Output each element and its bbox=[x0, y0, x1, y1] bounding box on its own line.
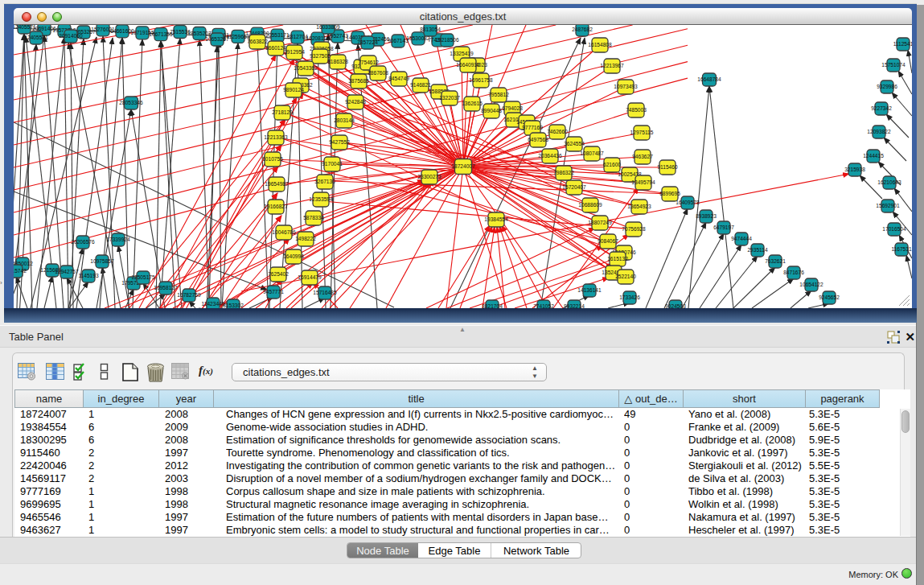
svg-text:9024503: 9024503 bbox=[665, 303, 686, 308]
svg-text:1640994: 1640994 bbox=[283, 253, 304, 259]
svg-text:1498222: 1498222 bbox=[295, 236, 316, 241]
svg-text:10975857: 10975857 bbox=[90, 258, 114, 264]
svg-text:9084067: 9084067 bbox=[598, 238, 618, 244]
svg-text:8821704: 8821704 bbox=[482, 303, 503, 308]
svg-text:6497568: 6497568 bbox=[528, 137, 548, 142]
svg-text:8454749: 8454749 bbox=[388, 76, 409, 81]
svg-text:10654122: 10654122 bbox=[799, 282, 823, 287]
svg-text:12405571: 12405571 bbox=[24, 35, 48, 40]
svg-text:10973493: 10973493 bbox=[614, 84, 638, 89]
svg-text:17016504: 17016504 bbox=[882, 226, 906, 232]
svg-text:12975115: 12975115 bbox=[630, 130, 654, 135]
svg-text:9327505: 9327505 bbox=[310, 53, 331, 59]
svg-text:11423446: 11423446 bbox=[202, 301, 225, 307]
svg-text:14136141: 14136141 bbox=[577, 287, 602, 293]
svg-text:12213363: 12213363 bbox=[264, 134, 288, 140]
svg-text:8990448: 8990448 bbox=[481, 108, 502, 113]
svg-text:16648784: 16648784 bbox=[697, 76, 721, 82]
svg-text:7485003: 7485003 bbox=[626, 107, 647, 113]
svg-text:1145193: 1145193 bbox=[78, 273, 99, 278]
svg-text:10807487: 10807487 bbox=[580, 150, 604, 156]
svg-text:3215938: 3215938 bbox=[844, 167, 865, 172]
svg-text:1362615: 1362615 bbox=[462, 101, 483, 106]
svg-text:9329986: 9329986 bbox=[877, 84, 897, 89]
svg-text:20206576: 20206576 bbox=[71, 239, 95, 245]
svg-text:7663822: 7663822 bbox=[247, 39, 268, 44]
svg-text:13495794: 13495794 bbox=[631, 179, 655, 185]
svg-text:3624554: 3624554 bbox=[564, 141, 585, 146]
svg-text:12353594: 12353594 bbox=[309, 196, 333, 202]
svg-text:1010755: 1010755 bbox=[262, 156, 283, 162]
svg-text:9890124: 9890124 bbox=[283, 87, 304, 93]
svg-text:19218506: 19218506 bbox=[435, 37, 459, 43]
svg-text:20914060: 20914060 bbox=[59, 33, 83, 39]
svg-text:23300273: 23300273 bbox=[417, 174, 441, 179]
svg-text:621600: 621600 bbox=[603, 162, 621, 167]
svg-text:7986322: 7986322 bbox=[553, 170, 574, 175]
svg-text:10543362: 10543362 bbox=[294, 65, 318, 71]
svg-text:16640910: 16640910 bbox=[456, 62, 480, 68]
svg-text:9245652: 9245652 bbox=[819, 295, 840, 300]
svg-text:8153302: 8153302 bbox=[223, 303, 244, 308]
svg-text:17339924: 17339924 bbox=[106, 237, 130, 242]
svg-text:10046786: 10046786 bbox=[272, 229, 296, 235]
svg-text:16033809: 16033809 bbox=[316, 25, 340, 30]
svg-text:15692901: 15692901 bbox=[876, 203, 900, 208]
svg-text:15751074: 15751074 bbox=[881, 62, 906, 68]
svg-text:16782759: 16782759 bbox=[177, 292, 201, 298]
svg-text:2522140: 2522140 bbox=[615, 274, 636, 279]
svg-text:3875685: 3875685 bbox=[348, 78, 369, 84]
svg-text:8938923: 8938923 bbox=[696, 213, 717, 219]
svg-text:20364436: 20364436 bbox=[538, 153, 562, 159]
svg-text:9932214: 9932214 bbox=[564, 303, 585, 308]
svg-text:7754612: 7754612 bbox=[358, 60, 379, 65]
svg-text:7857224: 7857224 bbox=[357, 39, 378, 45]
svg-text:1322037: 1322037 bbox=[439, 95, 460, 101]
svg-text:1167531: 1167531 bbox=[891, 246, 912, 252]
svg-text:1244415: 1244415 bbox=[863, 153, 884, 159]
svg-text:10958127: 10958127 bbox=[154, 285, 178, 290]
svg-text:2487682: 2487682 bbox=[572, 27, 593, 32]
svg-text:10653267: 10653267 bbox=[205, 36, 229, 42]
svg-text:10688609: 10688609 bbox=[578, 202, 602, 208]
svg-text:8812704: 8812704 bbox=[287, 34, 308, 39]
svg-text:12942757: 12942757 bbox=[55, 269, 79, 274]
svg-text:2718129: 2718129 bbox=[272, 109, 293, 115]
svg-text:16914479: 16914479 bbox=[298, 274, 322, 280]
svg-text:9242848: 9242848 bbox=[345, 99, 366, 105]
svg-text:19384554: 19384554 bbox=[484, 216, 508, 222]
svg-text:8186328: 8186328 bbox=[327, 59, 348, 64]
svg-text:28053346: 28053346 bbox=[119, 100, 143, 105]
svg-text:3267130: 3267130 bbox=[314, 179, 335, 184]
svg-text:6794028: 6794028 bbox=[502, 105, 523, 111]
svg-text:12505175: 12505175 bbox=[131, 274, 155, 280]
svg-text:19166827: 19166827 bbox=[264, 204, 288, 209]
svg-text:20553171: 20553171 bbox=[265, 32, 290, 38]
svg-text:8471676: 8471676 bbox=[783, 270, 804, 275]
svg-text:9170041: 9170041 bbox=[322, 161, 343, 167]
svg-text:70756928: 70756928 bbox=[622, 226, 646, 232]
svg-text:18724007: 18724007 bbox=[451, 163, 475, 169]
svg-text:18807249: 18807249 bbox=[588, 220, 612, 225]
svg-text:1615132: 1615132 bbox=[607, 256, 628, 262]
svg-text:9457771: 9457771 bbox=[263, 289, 284, 295]
svg-text:2935114: 2935114 bbox=[747, 247, 768, 253]
svg-text:8813054: 8813054 bbox=[420, 27, 441, 32]
svg-text:9115460: 9115460 bbox=[657, 164, 678, 170]
svg-text:3915742: 3915742 bbox=[14, 268, 27, 274]
svg-text:2803144: 2803144 bbox=[334, 117, 355, 123]
svg-text:7625402: 7625402 bbox=[268, 271, 289, 277]
svg-text:5878334: 5878334 bbox=[303, 215, 324, 220]
svg-text:1112541: 1112541 bbox=[893, 41, 912, 47]
svg-text:9146821: 9146821 bbox=[410, 82, 431, 88]
svg-text:7632621: 7632621 bbox=[765, 258, 786, 264]
svg-text:13325419: 13325419 bbox=[450, 51, 474, 56]
svg-text:7955812: 7955812 bbox=[488, 92, 509, 97]
svg-text:16961758: 16961758 bbox=[469, 77, 493, 83]
svg-text:15716485: 15716485 bbox=[313, 290, 337, 295]
svg-text:7462660: 7462660 bbox=[547, 129, 568, 134]
svg-text:12213967: 12213967 bbox=[600, 63, 624, 68]
svg-text:13654923: 13654923 bbox=[627, 204, 651, 209]
svg-text:9067143: 9067143 bbox=[388, 38, 409, 43]
svg-text:1733426: 1733426 bbox=[619, 295, 640, 300]
